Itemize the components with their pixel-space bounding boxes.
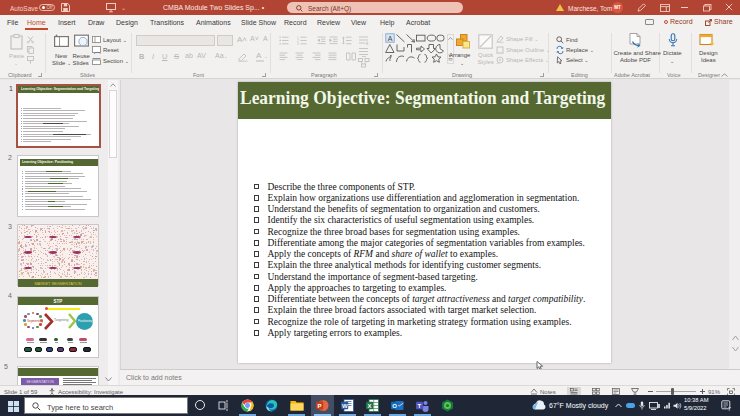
svg-text:7: 7 [728, 406, 731, 412]
svg-text:W: W [342, 403, 348, 409]
svg-text:O: O [392, 403, 397, 409]
svg-text:A: A [388, 35, 393, 42]
svg-text:3: 3 [297, 42, 299, 46]
svg-text:X: X [368, 403, 372, 409]
svg-text:P: P [318, 403, 322, 409]
svg-text:T: T [418, 403, 422, 409]
